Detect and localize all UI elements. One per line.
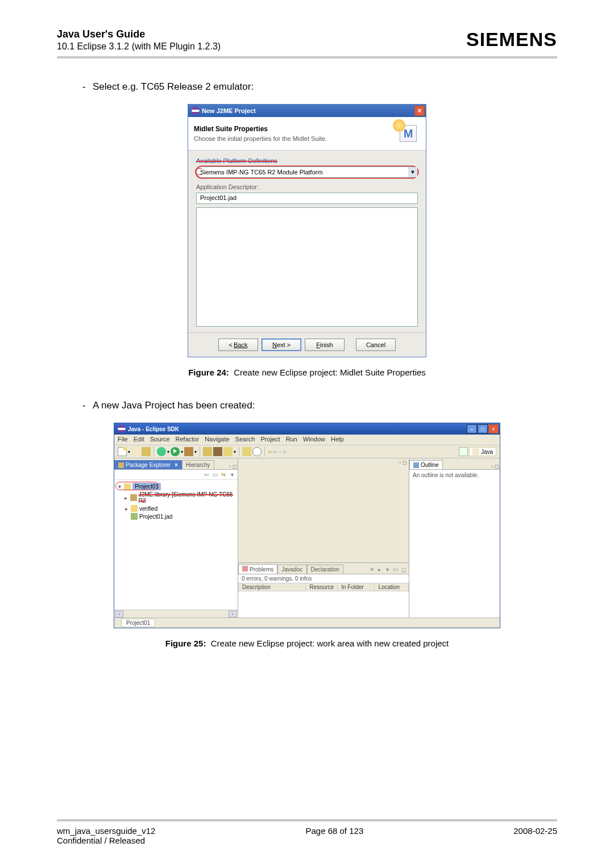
new-class-icon[interactable]	[213, 447, 222, 456]
new-package-icon[interactable]	[203, 447, 212, 456]
problems-view: Problems Javadoc Declaration ✕ ▸ ▾ ▭ ◻ 0…	[238, 563, 409, 617]
menu-source[interactable]: Source	[150, 436, 170, 444]
menu-icon[interactable]: ▾	[384, 566, 391, 573]
library-icon	[130, 494, 136, 501]
print-icon[interactable]	[142, 447, 151, 456]
platform-combo[interactable]: Siemens IMP-NG TC65 R2 Module Platform ▼	[196, 166, 418, 178]
ide-toolbar: ▾ ▾ ▾ ▾ ▾ ⇦ ▾ ⇨ ▾	[114, 445, 500, 458]
view-controls[interactable]: ▫ ◻	[490, 464, 500, 469]
menu-refactor[interactable]: Refactor	[176, 436, 200, 444]
tab-declaration[interactable]: Declaration	[307, 565, 344, 574]
search-icon[interactable]	[242, 447, 251, 456]
external-tools-icon[interactable]	[184, 447, 193, 456]
eclipse-ide-window: Java - Eclipse SDK – □ × File Edit Sourc…	[114, 423, 500, 628]
step-text-2: -A new Java Project has been created:	[82, 400, 557, 411]
close-tab-icon[interactable]: ×	[175, 462, 178, 468]
view-menu-icon[interactable]: ▸	[376, 566, 383, 573]
save-icon[interactable]	[131, 447, 140, 456]
back-button[interactable]: < Back	[218, 339, 258, 351]
footer-doc-id: wm_java_usersguide_v12	[57, 826, 155, 836]
chevron-down-icon[interactable]: ▾	[128, 449, 130, 454]
tree-project-root[interactable]: Project01	[132, 483, 161, 490]
menu-file[interactable]: File	[118, 436, 128, 444]
tab-problems[interactable]: Problems	[238, 564, 277, 574]
maximize-view-icon[interactable]: ◻	[400, 566, 406, 573]
col-in-folder[interactable]: In Folder	[338, 583, 375, 591]
view-controls[interactable]: ▫ ◻	[399, 460, 406, 465]
menu-edit[interactable]: Edit	[134, 436, 144, 444]
ide-status-bar: Project01	[114, 617, 500, 628]
tab-package-explorer[interactable]: Package Explorer ×	[114, 460, 182, 469]
dialog-content-area	[196, 207, 418, 327]
search2-icon[interactable]	[252, 447, 262, 456]
doc-title: Java User's Guide	[57, 28, 221, 40]
editor-area: ▫ ◻	[238, 458, 409, 563]
menu-project[interactable]: Project	[260, 436, 280, 444]
chevron-down-icon[interactable]: ▾	[194, 449, 197, 454]
chevron-down-icon[interactable]: ▼	[408, 167, 417, 177]
open-perspective-icon[interactable]	[459, 447, 468, 456]
col-location[interactable]: Location	[375, 583, 409, 591]
problems-summary: 0 errors, 0 warnings, 0 infos	[238, 574, 409, 583]
debug-icon[interactable]	[157, 447, 166, 456]
open-type-icon[interactable]	[223, 447, 233, 456]
ide-title: Java - Eclipse SDK	[128, 426, 179, 432]
new-icon[interactable]	[118, 447, 127, 456]
banner-title: Midlet Suite Properties	[194, 125, 327, 133]
menu-run[interactable]: Run	[286, 436, 297, 444]
scroll-right-icon[interactable]: ›	[229, 611, 237, 617]
menu-navigate[interactable]: Navigate	[205, 436, 229, 444]
back-icon[interactable]: ⇦	[203, 471, 210, 478]
descriptor-input[interactable]: Project01.jad	[196, 193, 418, 204]
ide-titlebar[interactable]: Java - Eclipse SDK – □ ×	[114, 423, 500, 435]
expand-icon[interactable]: ▾	[117, 483, 122, 490]
outline-message: An outline is not available.	[409, 470, 500, 617]
close-icon[interactable]: ×	[414, 106, 425, 116]
link-icon[interactable]: ⇆	[220, 471, 227, 478]
minimize-view-icon[interactable]: ▭	[392, 566, 399, 573]
dialog-titlebar[interactable]: New J2ME Project ×	[188, 105, 426, 117]
view-menu-icon[interactable]: ▫ ◻	[228, 464, 238, 469]
project-tree[interactable]: ▾ Project01 ▸ J2ME library [Siemens IMP-…	[114, 480, 238, 610]
package-explorer-view: Package Explorer × Hierarchy ▫ ◻ ⇦ ▭ ⇆ ▾	[114, 458, 238, 617]
collapse-icon[interactable]: ▭	[211, 471, 218, 478]
menu-search[interactable]: Search	[235, 436, 255, 444]
problems-table[interactable]: Description Resource In Folder Location	[238, 583, 409, 617]
horizontal-scrollbar[interactable]: ‹ ›	[114, 610, 238, 617]
finish-button[interactable]: FinishFinish	[305, 339, 345, 351]
ide-menu-bar[interactable]: File Edit Source Refactor Navigate Searc…	[114, 435, 500, 445]
tab-hierarchy[interactable]: Hierarchy	[182, 460, 214, 469]
filter-icon[interactable]: ✕	[368, 566, 375, 573]
problems-icon	[242, 566, 248, 571]
tab-javadoc[interactable]: Javadoc	[277, 565, 306, 574]
chevron-down-icon[interactable]: ▾	[167, 449, 169, 454]
tree-library[interactable]: J2ME library [Siemens IMP-NG TC65 R2	[139, 491, 235, 504]
menu-help[interactable]: Help	[331, 436, 344, 444]
col-description[interactable]: Description	[239, 583, 306, 591]
maximize-icon[interactable]: □	[478, 424, 488, 433]
nav-fwd-icon[interactable]: ⇨	[277, 449, 282, 455]
scroll-left-icon[interactable]: ‹	[115, 611, 123, 617]
minimize-icon[interactable]: –	[467, 424, 477, 433]
banner-subtitle: Choose the initial properties for the Mi…	[194, 135, 327, 142]
java-perspective-icon	[472, 448, 479, 455]
platform-definitions-label: Available Platform Definitions	[196, 157, 277, 164]
col-resource[interactable]: Resource	[306, 583, 338, 591]
chevron-down-icon[interactable]: ▾	[234, 449, 236, 454]
chevron-down-icon[interactable]: ▾	[181, 449, 183, 454]
next-button[interactable]: NNext >ext >	[262, 339, 301, 351]
expand-icon[interactable]: ▸	[123, 506, 129, 512]
expand-icon[interactable]: ▸	[123, 495, 128, 501]
tree-verified[interactable]: verified	[139, 506, 157, 512]
outline-view: Outline ▫ ◻ An outline is not available.	[409, 458, 500, 617]
tab-outline[interactable]: Outline	[409, 460, 443, 469]
tree-jad[interactable]: Project01.jad	[139, 514, 172, 520]
nav-back-icon[interactable]: ⇦	[268, 449, 272, 455]
close-icon[interactable]: ×	[488, 424, 499, 433]
perspective-java[interactable]: Java	[469, 447, 496, 456]
cancel-button[interactable]: Cancel	[356, 339, 396, 351]
menu-icon[interactable]: ▾	[229, 471, 235, 478]
run-icon[interactable]	[171, 447, 180, 456]
menu-window[interactable]: Window	[303, 436, 325, 444]
status-selection: Project01	[121, 619, 155, 627]
